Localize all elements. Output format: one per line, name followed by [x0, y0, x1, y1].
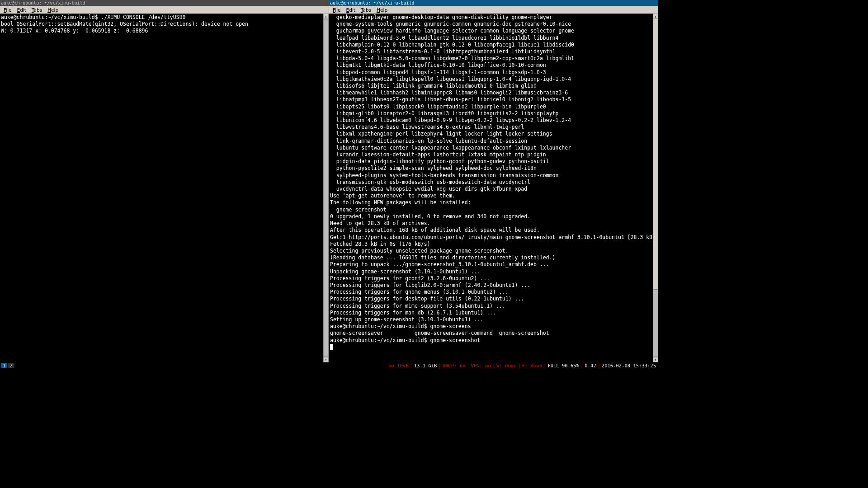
right-pane: auke@chrubuntu: ~/vc/ximu-build File Edi…	[329, 0, 658, 362]
cursor-icon	[330, 344, 333, 350]
status-ipv6: no IPv6	[387, 363, 410, 368]
workspace-2[interactable]: 2	[8, 363, 14, 368]
status-disk: 13.1 GiB	[413, 363, 439, 368]
scroll-down-icon[interactable]: ▾	[653, 357, 658, 362]
menu-help[interactable]: Help	[45, 7, 61, 13]
left-menubar: File Edit Tabs Help	[0, 6, 329, 14]
left-titlebar[interactable]: auke@chrubuntu: ~/vc/ximu-build	[0, 0, 329, 6]
status-datetime: 2016-02-08 15:33:25	[600, 363, 657, 368]
left-pane: auke@chrubuntu: ~/vc/ximu-build File Edi…	[0, 0, 329, 362]
menu-tabs[interactable]: Tabs	[29, 7, 45, 13]
menu-edit[interactable]: Edit	[344, 7, 358, 13]
workspace-tabs: 1 2	[1, 363, 15, 368]
status-dhcp: DHCP: no	[441, 363, 467, 368]
left-scroll-track[interactable]	[323, 19, 329, 357]
split-container: auke@chrubuntu: ~/vc/ximu-build File Edi…	[0, 0, 658, 362]
status-wifi: W: down	[495, 363, 518, 368]
status-battery: FULL 90.65%	[546, 363, 580, 368]
workspace-1[interactable]: 1	[1, 363, 8, 368]
left-scrollbar[interactable]: ▴ ▾	[323, 14, 329, 362]
right-scroll-thumb[interactable]	[653, 289, 658, 357]
status-vpn: VPN: no	[470, 363, 492, 368]
menu-file[interactable]: File	[1, 7, 14, 13]
right-menubar: File Edit Tabs Help	[329, 6, 658, 14]
left-scroll-thumb[interactable]	[323, 19, 329, 357]
scroll-up-icon[interactable]: ▴	[323, 14, 329, 19]
status-right: no IPv6| 13.1 GiB| DHCP: no| VPN: no| W:…	[387, 363, 657, 368]
scroll-up-icon[interactable]: ▴	[653, 14, 658, 19]
right-scrollbar[interactable]: ▴ ▾	[653, 14, 658, 362]
right-scroll-track[interactable]	[653, 19, 658, 357]
menu-file[interactable]: File	[330, 7, 344, 13]
right-terminal[interactable]: gecko-mediaplayer gnome-desktop-data gno…	[329, 14, 653, 362]
i3-statusbar: 1 2 no IPv6| 13.1 GiB| DHCP: no| VPN: no…	[0, 362, 658, 369]
scroll-down-icon[interactable]: ▾	[323, 357, 329, 362]
menu-tabs[interactable]: Tabs	[358, 7, 374, 13]
right-titlebar[interactable]: auke@chrubuntu: ~/vc/ximu-build	[329, 0, 658, 6]
menu-edit[interactable]: Edit	[14, 7, 29, 13]
right-terminal-wrap: gecko-mediaplayer gnome-desktop-data gno…	[329, 14, 658, 362]
left-terminal-wrap: auke@chrubuntu:~/vc/ximu-build$ ./XIMU_C…	[0, 14, 329, 362]
status-eth: E: down	[521, 363, 543, 368]
menu-help[interactable]: Help	[374, 7, 390, 13]
left-terminal[interactable]: auke@chrubuntu:~/vc/ximu-build$ ./XIMU_C…	[0, 14, 323, 362]
status-load: 0.42	[583, 363, 597, 368]
